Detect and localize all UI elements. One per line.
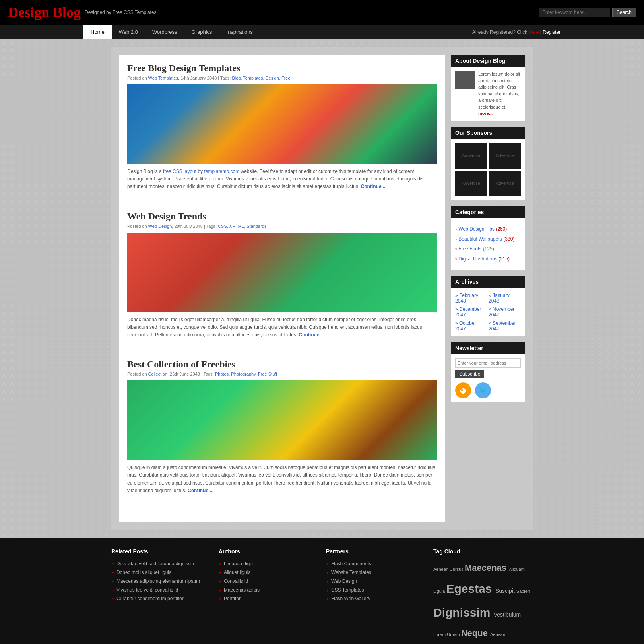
archive-nov-2047[interactable]: » November 2047 — [489, 306, 521, 318]
archive-feb-2048[interactable]: » February 2048 — [455, 292, 487, 305]
newsletter-input[interactable] — [455, 358, 521, 368]
partners-list: Flash Components Website Templates Web D… — [326, 559, 425, 603]
register-prompt: Already Registered? Click — [472, 29, 528, 35]
partner-5: Flash Web Gallery — [326, 594, 425, 603]
author-1: Lesuada digni — [219, 559, 318, 568]
partner-1-link[interactable]: Flash Components — [331, 561, 371, 566]
categories-content: » Web Design Tips (260) » Beautiful Wall… — [451, 218, 525, 270]
related-post-4-link[interactable]: Vivamus leo velit, convallis id — [116, 587, 178, 593]
related-post-5-link[interactable]: Curabitur condimentum porttitor — [116, 596, 184, 601]
post-3-tag-photography[interactable]: Photography — [231, 372, 256, 376]
post-3-meta-link[interactable]: Collection — [148, 372, 167, 376]
post-2-tag-css[interactable]: CSS — [218, 224, 227, 229]
partner-4-link[interactable]: CSS Templates — [331, 587, 364, 593]
tag-lorem[interactable]: Lorem — [433, 632, 447, 637]
about-body: Lorem ipsum dolor sit amet, consectetur … — [478, 72, 520, 109]
register-link[interactable]: Register — [543, 29, 561, 35]
tag-aliquam[interactable]: Aliquam — [509, 567, 525, 572]
newsletter-title: Newsletter — [451, 342, 525, 354]
rss-icon[interactable]: ◕ — [455, 382, 471, 398]
related-post-2-link[interactable]: Donec mollis aliquet ligula — [116, 570, 172, 575]
post-1-tag-blog[interactable]: Blog — [232, 76, 241, 80]
related-posts-list: Duis vitae velit sed lesuada dignissim D… — [111, 559, 211, 603]
author-1-link[interactable]: Lesuada digni — [224, 561, 254, 566]
post-2-tag-standards[interactable]: Standards — [246, 224, 266, 229]
post-3-continue[interactable]: Continue ... — [188, 488, 213, 493]
page-wrapper: Free Blog Design Templates Posted on Web… — [111, 47, 533, 530]
footer-partners: Partners Flash Components Website Templa… — [326, 548, 425, 642]
tag-egestas[interactable]: Egestas — [446, 582, 495, 595]
about-more-link[interactable]: more... — [478, 111, 493, 116]
tag-cursus[interactable]: Cursus — [450, 567, 465, 572]
post-1-meta-link-webtemplates[interactable]: Web Templates — [148, 76, 178, 80]
post-1-continue[interactable]: Continue ... — [361, 184, 387, 189]
tag-dignissim[interactable]: Dignissim — [433, 606, 494, 619]
related-post-1-link[interactable]: Duis vitae velit sed lesuada dignissim — [116, 561, 196, 566]
tag-sapien[interactable]: Sapien — [516, 589, 530, 594]
search-button[interactable]: Search — [612, 8, 636, 17]
sponsor-4[interactable]: Advertise — [489, 171, 521, 196]
sponsors-widget: Our Sponsors Advertise Advertise Adverti… — [451, 127, 525, 200]
post-1-link-css[interactable]: free CSS layout — [163, 169, 196, 174]
archive-sep-2047[interactable]: » September 2047 — [489, 320, 521, 332]
here-link[interactable]: Here — [529, 29, 539, 35]
partner-3: Web Design — [326, 577, 425, 586]
category-1: » Web Design Tips (260) — [455, 224, 521, 234]
tag-neque[interactable]: Neque — [461, 628, 490, 638]
post-1-tag-free[interactable]: Free — [281, 76, 291, 80]
sponsor-2[interactable]: Advertise — [489, 143, 521, 169]
archive-dec-2047[interactable]: » December 2047 — [455, 306, 487, 318]
author-5-link[interactable]: Porttitor — [224, 596, 241, 601]
tag-suscipit[interactable]: Suscipit — [495, 588, 516, 594]
tag-aenean2[interactable]: Aenean — [490, 632, 505, 637]
logo: Design Blog — [8, 4, 81, 21]
post-1-tag-design[interactable]: Design — [266, 76, 279, 80]
partner-5-link[interactable]: Flash Web Gallery — [331, 596, 370, 601]
sponsor-1[interactable]: Advertise — [455, 143, 487, 169]
newsletter-subscribe-button[interactable]: Subscribe — [455, 370, 484, 378]
author-2: Aliquet ligula — [219, 568, 318, 577]
post-2-meta-link[interactable]: Web Design — [148, 224, 172, 229]
related-post-5: Curabitur condimentum porttitor — [111, 594, 211, 603]
search-area: Search — [539, 8, 636, 17]
footer-tagcloud: Tag Cloud Aenean Cursus Maecenas Aliquam… — [433, 548, 533, 642]
related-post-3-link[interactable]: Maecenas adipiscing elementum ipsum — [116, 578, 200, 584]
archive-oct-2047[interactable]: » October 2047 — [455, 320, 487, 332]
nav-home[interactable]: Home — [83, 25, 112, 39]
partner-3-link[interactable]: Web Design — [331, 578, 357, 584]
post-1-link-templatemo[interactable]: templatemo.com — [204, 169, 239, 174]
post-1-tag-templates[interactable]: Templates — [243, 76, 263, 80]
social-icons: ◕ 🐦 — [455, 382, 521, 398]
nav-inspirations[interactable]: Inspirations — [219, 25, 260, 39]
archive-jan-2048[interactable]: » January 2048 — [489, 292, 521, 305]
tag-maecenas[interactable]: Maecenas — [465, 563, 509, 573]
tag-ligula[interactable]: Ligula — [433, 589, 446, 594]
post-2-tag-xhtml[interactable]: XHTML — [229, 224, 244, 229]
twitter-icon[interactable]: 🐦 — [475, 382, 491, 398]
nav-web20[interactable]: Web 2.0 — [112, 25, 145, 39]
category-1-link[interactable]: Web Design Tips — [458, 226, 495, 232]
post-2-continue[interactable]: Continue ... — [299, 332, 325, 338]
search-input[interactable] — [539, 8, 610, 17]
about-title: About Design Blog — [451, 55, 525, 67]
sponsor-3[interactable]: Advertise — [455, 171, 487, 196]
author-2-link[interactable]: Aliquet ligula — [224, 570, 251, 575]
author-3-link[interactable]: Convallis id — [224, 578, 248, 584]
nav-wordpress[interactable]: Wordpress — [145, 25, 184, 39]
category-2-link[interactable]: Beautiful Wallpapers — [458, 236, 502, 242]
tag-aenean[interactable]: Aenean — [433, 567, 450, 572]
category-3: » Free Fonts (125) — [455, 244, 521, 254]
nav-graphics[interactable]: Graphics — [184, 25, 219, 39]
category-3-link[interactable]: Free Fonts — [458, 246, 481, 252]
tagcloud-title: Tag Cloud — [433, 548, 533, 555]
categories-widget: Categories » Web Design Tips (260) » Bea… — [451, 206, 525, 270]
tag-urnain[interactable]: Urnain — [447, 632, 461, 637]
archives-widget: Archives » February 2048 » January 2048 … — [451, 276, 525, 336]
author-4-link[interactable]: Maecenas adipis — [224, 587, 260, 593]
partner-2-link[interactable]: Website Templates — [331, 570, 371, 575]
tag-vestibulum[interactable]: Vestibulum — [494, 611, 521, 618]
post-3-tag-photos[interactable]: Photos — [215, 372, 229, 376]
post-3-tag-freestuff[interactable]: Free Stuff — [258, 372, 277, 376]
categories-title: Categories — [451, 206, 525, 218]
category-4-link[interactable]: Digital Illustrations — [458, 256, 497, 262]
